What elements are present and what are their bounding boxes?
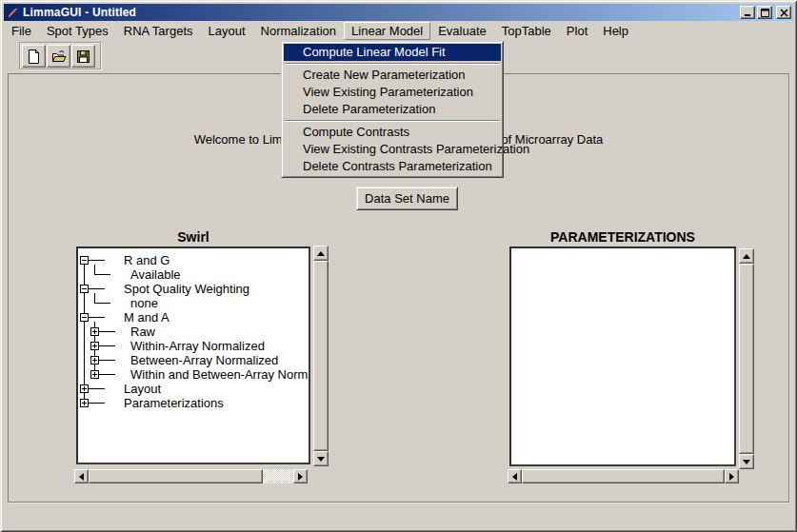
new-button[interactable] — [22, 45, 46, 68]
menubar-item-normalization[interactable]: Normalization — [253, 22, 344, 40]
swirl-panel-title: Swirl — [177, 229, 209, 245]
scroll-right-icon[interactable] — [293, 469, 308, 483]
maximize-button[interactable] — [757, 6, 772, 19]
window-title: LimmaGUI - Untitled — [23, 4, 740, 21]
parameterizations-horizontal-scrollbar[interactable] — [508, 469, 739, 483]
tree-item-within-and-between-array-normalized[interactable]: Within and Between-Array Normalized — [130, 367, 309, 382]
scroll-left-icon[interactable] — [74, 469, 89, 483]
swirl-horizontal-scrollbar[interactable] — [74, 469, 308, 483]
save-disk-icon — [75, 49, 91, 65]
scrollbar-thumb[interactable] — [313, 261, 329, 451]
tree-item-between-array-normalized[interactable]: Between-Array Normalized — [130, 353, 278, 367]
scroll-up-icon[interactable] — [313, 246, 329, 261]
tree-item-none[interactable]: none — [130, 296, 158, 310]
tree-connector-line — [89, 317, 105, 318]
titlebar[interactable]: LimmaGUI - Untitled — [4, 4, 793, 21]
tree-expand-icon[interactable] — [90, 327, 99, 336]
tree-item-r-and-g[interactable]: R and G — [124, 253, 169, 267]
tree-connector-line — [89, 403, 105, 404]
menubar-item-help[interactable]: Help — [595, 22, 636, 40]
menubar-item-rna-targets[interactable]: RNA Targets — [116, 22, 201, 40]
tree-connector-line — [99, 331, 115, 332]
menubar-item-file[interactable]: File — [4, 22, 39, 40]
tree-item-available[interactable]: Available — [130, 267, 181, 282]
tree-item-layout[interactable]: Layout — [124, 382, 161, 396]
menubar-item-linear-model[interactable]: Linear Model — [344, 22, 430, 40]
linear-model-menu: Compute Linear Model FitCreate New Param… — [281, 41, 504, 178]
tree-connector-line — [94, 293, 95, 303]
tree-item-raw[interactable]: Raw — [130, 325, 155, 339]
tree-collapse-icon[interactable] — [80, 256, 89, 265]
swirl-vertical-scrollbar[interactable] — [313, 246, 329, 466]
tree-connector-line — [94, 303, 110, 304]
new-file-icon — [26, 49, 42, 65]
tree-connector-line — [99, 374, 115, 375]
open-button[interactable] — [47, 45, 70, 68]
tree-connector-line — [89, 388, 105, 389]
menubar-item-toptable[interactable]: TopTable — [494, 22, 559, 40]
tree-expand-icon[interactable] — [80, 384, 89, 393]
tree-connector-line — [89, 260, 105, 261]
tree-collapse-icon[interactable] — [80, 285, 89, 293]
menu-item-create-new-parameterization[interactable]: Create New Parameterization — [284, 67, 501, 84]
toolbar — [19, 42, 102, 70]
parameterizations-vertical-scrollbar[interactable] — [739, 248, 754, 469]
scroll-down-icon[interactable] — [313, 451, 329, 466]
close-button[interactable] — [776, 6, 791, 19]
menu-separator — [285, 63, 500, 65]
maximize-icon — [761, 9, 769, 17]
scrollbar-track[interactable] — [89, 469, 293, 483]
scrollbar-track[interactable] — [522, 469, 725, 483]
open-folder-icon — [50, 49, 67, 65]
tree-item-parameterizations[interactable]: Parameterizations — [124, 396, 224, 410]
parameterizations-listbox[interactable] — [509, 246, 736, 466]
scrollbar-thumb[interactable] — [89, 469, 263, 483]
scrollbar-thumb[interactable] — [522, 469, 725, 483]
minimize-icon — [744, 9, 752, 17]
menu-item-compute-linear-model-fit[interactable]: Compute Linear Model Fit — [284, 44, 501, 61]
tree-expand-icon[interactable] — [80, 399, 89, 407]
tree-item-spot-quality-weighting[interactable]: Spot Quality Weighting — [124, 282, 249, 296]
menu-item-delete-contrasts-parameterization[interactable]: Delete Contrasts Parameterization — [284, 158, 501, 175]
close-icon — [780, 9, 788, 17]
menubar-item-spot-types[interactable]: Spot Types — [39, 22, 116, 40]
parameterizations-panel-title: PARAMETERIZATIONS — [550, 229, 695, 245]
menu-item-compute-contrasts[interactable]: Compute Contrasts — [284, 124, 501, 141]
save-button[interactable] — [71, 45, 95, 68]
scroll-down-icon[interactable] — [739, 454, 754, 469]
tree-connector-line — [94, 265, 95, 274]
tree-expand-icon[interactable] — [90, 370, 99, 379]
tree-collapse-icon[interactable] — [80, 313, 89, 322]
tree-connector-line — [99, 360, 115, 361]
minimize-button[interactable] — [740, 6, 755, 19]
tree-expand-icon[interactable] — [90, 342, 99, 350]
menubar: FileSpot TypesRNA TargetsLayoutNormaliza… — [4, 22, 793, 39]
menu-item-view-existing-parameterization[interactable]: View Existing Parameterization — [284, 84, 501, 101]
tree-connector-line — [99, 345, 115, 346]
tree-expand-icon[interactable] — [90, 356, 99, 365]
menubar-item-evaluate[interactable]: Evaluate — [430, 22, 494, 40]
scroll-left-icon[interactable] — [508, 469, 522, 483]
scrollbar-thumb[interactable] — [739, 264, 754, 454]
menubar-item-plot[interactable]: Plot — [559, 22, 595, 40]
scroll-up-icon[interactable] — [739, 248, 754, 264]
menu-item-view-existing-contrasts-parameterization[interactable]: View Existing Contrasts Parameterization — [284, 141, 501, 158]
app-window: LimmaGUI - Untitled FileSpot TypesRNA Ta… — [0, 0, 797, 532]
tree-item-m-and-a[interactable]: M and A — [124, 310, 169, 325]
menu-item-delete-parameterization[interactable]: Delete Parameterization — [284, 101, 501, 118]
tk-feather-icon — [7, 6, 20, 19]
tree-connector-line — [94, 274, 110, 275]
data-set-name-button[interactable]: Data Set Name — [356, 187, 458, 210]
scroll-right-icon[interactable] — [725, 469, 739, 483]
menubar-item-layout[interactable]: Layout — [201, 22, 253, 40]
swirl-tree: R and GAvailableSpot Quality Weightingno… — [78, 248, 309, 463]
menu-separator — [285, 120, 500, 122]
tree-connector-line — [89, 288, 105, 289]
tree-item-within-array-normalized[interactable]: Within-Array Normalized — [130, 339, 265, 353]
